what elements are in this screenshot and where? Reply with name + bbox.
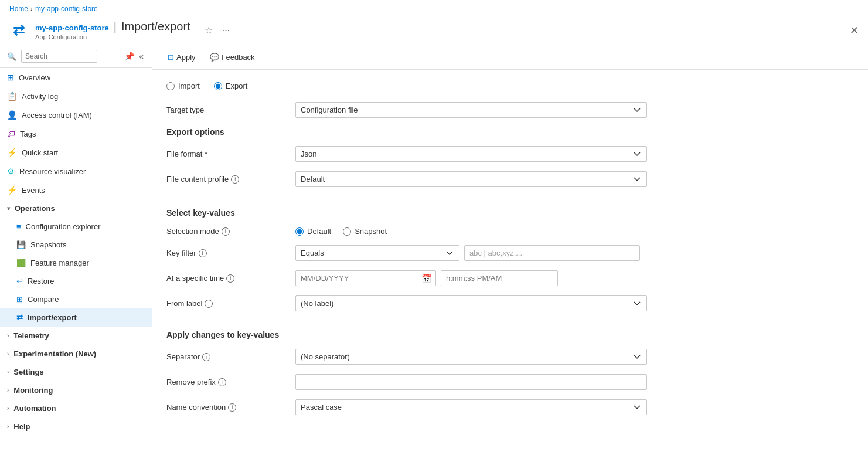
sidebar-group-experimentation[interactable]: Experimentation (New)	[0, 345, 152, 363]
sidebar-item-label: Tags	[20, 130, 36, 138]
breadcrumb-resource[interactable]: my-app-config-store	[35, 5, 98, 13]
restore-icon: ↩	[16, 277, 23, 286]
at-specific-time-label: At a specific time i	[166, 274, 295, 283]
selection-mode-info-icon[interactable]: i	[222, 227, 230, 236]
pin-icon[interactable]: 📌	[123, 50, 135, 62]
time-input[interactable]	[441, 270, 558, 286]
sidebar-item-label: Compare	[28, 295, 59, 304]
from-label-select[interactable]: (No label)	[295, 295, 647, 311]
sidebar-item-events[interactable]: ⚡ Events	[0, 181, 152, 199]
separator-label: Separator i	[166, 352, 295, 361]
at-specific-time-info-icon[interactable]: i	[226, 274, 234, 283]
sidebar-group-operations[interactable]: Operations	[0, 199, 152, 218]
date-input[interactable]	[295, 270, 436, 286]
resource-visualizer-icon: ⚙	[7, 167, 15, 176]
breadcrumb-home[interactable]: Home	[9, 5, 28, 13]
telemetry-label: Telemetry	[13, 331, 49, 340]
date-input-wrap: 📅	[295, 270, 436, 286]
key-filter-operator-select[interactable]: Equals Starts with Contains	[295, 245, 459, 261]
sidebar-item-restore[interactable]: ↩ Restore	[0, 272, 152, 290]
apply-button[interactable]: ⊡ Apply	[162, 50, 202, 64]
sidebar-group-telemetry[interactable]: Telemetry	[0, 327, 152, 345]
sidebar-item-label: Quick start	[22, 148, 58, 157]
sidebar-group-monitoring[interactable]: Monitoring	[0, 381, 152, 399]
sidebar-item-compare[interactable]: ⊞ Compare	[0, 290, 152, 308]
key-filter-value-input[interactable]	[464, 245, 640, 261]
sidebar-item-label: Activity log	[22, 92, 58, 101]
name-convention-label: Name convention i	[166, 403, 295, 412]
target-type-label: Target type	[166, 106, 295, 114]
file-content-profile-select[interactable]: Default KVSet	[295, 171, 647, 187]
sidebar-item-resource-visualizer[interactable]: ⚙ Resource visualizer	[0, 162, 152, 181]
sidebar-item-feature-manager[interactable]: 🟩 Feature manager	[0, 254, 152, 272]
file-content-profile-info-icon[interactable]: i	[231, 175, 239, 184]
key-filter-control: Equals Starts with Contains	[295, 245, 647, 261]
collapse-icon[interactable]: «	[138, 50, 145, 62]
search-input[interactable]	[21, 50, 97, 63]
automation-label: Automation	[13, 404, 56, 413]
remove-prefix-input[interactable]	[295, 374, 647, 390]
calendar-icon[interactable]: 📅	[421, 274, 431, 283]
sidebar-item-snapshots[interactable]: 💾 Snapshots	[0, 236, 152, 254]
header-resource-name: my-app-config-store	[35, 23, 109, 32]
quick-start-icon: ⚡	[7, 148, 17, 157]
import-option[interactable]: Import	[166, 81, 200, 90]
selection-mode-snapshot-radio[interactable]	[343, 227, 351, 236]
operations-chevron	[7, 205, 10, 212]
export-radio[interactable]	[214, 82, 222, 90]
target-type-row: Target type Configuration file App Servi…	[166, 102, 783, 118]
feedback-label: Feedback	[222, 53, 255, 62]
selection-mode-snapshot-label: Snapshot	[355, 227, 387, 236]
file-format-row: File format * Json Yaml Properties	[166, 146, 783, 162]
at-specific-time-control: 📅	[295, 270, 647, 286]
name-convention-select[interactable]: Pascal case Camel case Upper case Lower …	[295, 399, 647, 415]
remove-prefix-control	[295, 374, 647, 390]
name-convention-control: Pascal case Camel case Upper case Lower …	[295, 399, 647, 415]
file-content-profile-control: Default KVSet	[295, 171, 647, 187]
experimentation-label: Experimentation (New)	[13, 349, 96, 358]
access-control-icon: 👤	[7, 110, 17, 120]
sidebar-item-quick-start[interactable]: ⚡ Quick start	[0, 143, 152, 162]
selection-mode-default-radio[interactable]	[295, 227, 304, 236]
sidebar-item-access-control[interactable]: 👤 Access control (IAM)	[0, 106, 152, 124]
sidebar-search-area: 🔍 📌 «	[0, 45, 152, 68]
target-type-select[interactable]: Configuration file App Service Azure Kub…	[295, 102, 647, 118]
selection-mode-default-option[interactable]: Default	[295, 227, 331, 236]
sidebar-item-label: Feature manager	[30, 259, 89, 267]
separator-info-icon[interactable]: i	[202, 353, 210, 361]
sidebar-group-automation[interactable]: Automation	[0, 399, 152, 417]
file-format-select[interactable]: Json Yaml Properties	[295, 146, 647, 162]
feedback-button[interactable]: 💬 Feedback	[204, 50, 261, 64]
sidebar-item-label: Events	[22, 186, 45, 195]
remove-prefix-info-icon[interactable]: i	[218, 378, 226, 386]
apply-label: Apply	[176, 53, 196, 62]
select-key-values-title: Select key-values	[166, 208, 783, 218]
close-button[interactable]: ✕	[850, 24, 859, 37]
key-filter-info-icon[interactable]: i	[199, 249, 207, 257]
config-explorer-icon: ≡	[16, 222, 21, 231]
more-options-button[interactable]: ···	[220, 23, 232, 38]
favorite-button[interactable]: ☆	[202, 22, 215, 38]
selection-mode-row: Selection mode i Default Snapshot	[166, 227, 783, 236]
header-actions: ☆ ···	[202, 22, 232, 38]
sidebar-item-activity-log[interactable]: 📋 Activity log	[0, 87, 152, 106]
name-convention-info-icon[interactable]: i	[228, 403, 236, 412]
sidebar-item-import-export[interactable]: ⇄ Import/export	[0, 308, 152, 327]
from-label-info-icon[interactable]: i	[205, 300, 213, 308]
sidebar-group-help[interactable]: Help	[0, 417, 152, 436]
sidebar-item-tags[interactable]: 🏷 Tags	[0, 124, 152, 143]
sidebar-item-label: Snapshots	[30, 240, 66, 249]
sidebar-group-settings[interactable]: Settings	[0, 363, 152, 381]
selection-mode-control: Default Snapshot	[295, 227, 647, 236]
selection-mode-snapshot-option[interactable]: Snapshot	[343, 227, 387, 236]
from-label-control: (No label)	[295, 295, 647, 311]
sidebar-item-configuration-explorer[interactable]: ≡ Configuration explorer	[0, 218, 152, 236]
sidebar-item-label: Restore	[28, 277, 55, 286]
help-chevron	[7, 423, 9, 430]
activity-log-icon: 📋	[7, 91, 17, 101]
sidebar-item-overview[interactable]: ⊞ Overview	[0, 68, 152, 87]
export-option[interactable]: Export	[214, 81, 248, 90]
key-filter-label: Key filter i	[166, 249, 295, 257]
import-radio[interactable]	[166, 82, 175, 90]
separator-select[interactable]: (No separator) . / :	[295, 349, 647, 365]
